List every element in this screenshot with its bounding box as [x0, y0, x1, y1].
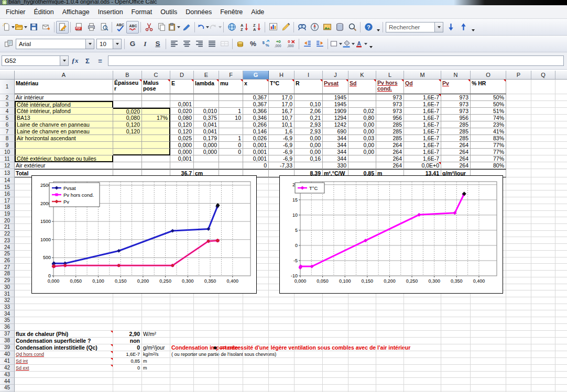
- cell-G7[interactable]: 0,146: [243, 128, 269, 135]
- menu-aide[interactable]: Aide: [247, 6, 268, 18]
- row-header-29[interactable]: 29: [0, 277, 15, 284]
- cell-F42[interactable]: [219, 365, 243, 372]
- row-header-5[interactable]: 5: [0, 115, 15, 121]
- cell-J5[interactable]: 1294: [323, 115, 348, 121]
- cell-D8[interactable]: 0,025: [170, 135, 194, 142]
- cell-D9[interactable]: 0,000: [170, 142, 194, 149]
- row-header-45[interactable]: 45: [0, 385, 15, 391]
- row-header-43[interactable]: 43: [0, 372, 15, 378]
- column-header-H[interactable]: H: [269, 71, 295, 80]
- cell-J42[interactable]: [323, 365, 348, 372]
- toolbar-overflow-button[interactable]: [472, 29, 475, 31]
- cell-K12[interactable]: [348, 162, 376, 169]
- row-header-22[interactable]: 22: [0, 231, 15, 238]
- row-header-28[interactable]: 28: [0, 271, 15, 277]
- cell-E44[interactable]: [194, 378, 219, 385]
- cell-H38[interactable]: [269, 338, 295, 344]
- cell-M35[interactable]: [404, 317, 441, 324]
- cell-P30[interactable]: [506, 284, 531, 291]
- cell-O12[interactable]: 80%: [471, 162, 506, 169]
- cell-I44[interactable]: [295, 378, 323, 385]
- cell-B43[interactable]: [113, 372, 142, 378]
- insert-chart-button[interactable]: [267, 21, 279, 33]
- cut-button[interactable]: [143, 21, 155, 33]
- cell-O35[interactable]: [471, 317, 506, 324]
- cell-K37[interactable]: [348, 331, 376, 338]
- cell-O40[interactable]: [471, 351, 506, 358]
- cell-J45[interactable]: [323, 385, 348, 391]
- cell-A9[interactable]: [15, 142, 113, 149]
- row-header-15[interactable]: 15: [0, 184, 15, 191]
- cell-K36[interactable]: [348, 324, 376, 331]
- cell-N10[interactable]: 264: [441, 149, 471, 155]
- cell-O10[interactable]: 77%: [471, 149, 506, 155]
- cell-Q4[interactable]: [531, 108, 555, 115]
- cell-I2[interactable]: [295, 94, 323, 101]
- cell-J3[interactable]: 1945: [323, 101, 348, 108]
- cell-G5[interactable]: 0,346: [243, 115, 269, 121]
- column-header-Q[interactable]: Q: [531, 71, 555, 80]
- row-header-36[interactable]: 36: [0, 324, 15, 331]
- cell-T45[interactable]: [555, 385, 567, 391]
- help-button[interactable]: [362, 21, 375, 33]
- cell-J39[interactable]: [323, 344, 348, 351]
- column-header-P[interactable]: P: [506, 71, 531, 80]
- cell-K43[interactable]: [348, 372, 376, 378]
- font-name-combo[interactable]: Arial: [16, 39, 94, 49]
- cell-A6[interactable]: Laine de chanvre en panneau: [15, 121, 113, 128]
- cell-H2[interactable]: 17,0: [269, 94, 295, 101]
- cell-I37[interactable]: [295, 331, 323, 338]
- delete-decimal-button[interactable]: [285, 38, 297, 50]
- cell-Q6[interactable]: [531, 121, 555, 128]
- cell-L34[interactable]: [376, 310, 404, 317]
- column-header-F[interactable]: F: [219, 71, 243, 80]
- cell-Q22[interactable]: [531, 231, 555, 238]
- cell-C40[interactable]: kg/m²/s: [142, 351, 170, 358]
- cell-A44[interactable]: [15, 378, 113, 385]
- cell-Q15[interactable]: [531, 184, 555, 191]
- background-color-button[interactable]: [342, 38, 355, 50]
- cell-G8[interactable]: 0,026: [243, 135, 269, 142]
- cell-F8[interactable]: 1: [219, 135, 243, 142]
- cell-T44[interactable]: [555, 378, 567, 385]
- cell-A4[interactable]: Côté intérieur, plafond: [15, 108, 113, 115]
- cell-T4[interactable]: [555, 108, 567, 115]
- cell-P23[interactable]: [506, 237, 531, 244]
- cell-I40[interactable]: [295, 351, 323, 358]
- cell-P29[interactable]: [506, 277, 531, 284]
- number-percent-button[interactable]: %: [247, 38, 259, 50]
- cell-F43[interactable]: [219, 372, 243, 378]
- cell-L40[interactable]: [376, 351, 404, 358]
- cell-Q38[interactable]: [531, 338, 555, 344]
- column-header-N[interactable]: N: [441, 71, 471, 80]
- cell-B36[interactable]: [113, 324, 142, 331]
- cell-I8[interactable]: 0,00: [295, 135, 323, 142]
- cell-A2[interactable]: Air intérieur: [15, 94, 113, 101]
- cell-J10[interactable]: 344: [323, 149, 348, 155]
- paste-button[interactable]: [168, 21, 180, 33]
- cell-B4[interactable]: 0,020: [113, 108, 142, 115]
- row-header-6[interactable]: 6: [0, 121, 15, 128]
- cell-Q26[interactable]: [531, 257, 555, 264]
- find-down-button[interactable]: [444, 21, 457, 33]
- row-header-24[interactable]: 24: [0, 244, 15, 251]
- cell-P44[interactable]: [506, 378, 531, 385]
- cell-B32[interactable]: [113, 297, 142, 304]
- cell-L6[interactable]: 285: [376, 121, 404, 128]
- cell-L37[interactable]: [376, 331, 404, 338]
- cell-K5[interactable]: 0,80: [348, 115, 376, 121]
- cell-I4[interactable]: 2,06: [295, 108, 323, 115]
- cell-H44[interactable]: [269, 378, 295, 385]
- cell-P33[interactable]: [506, 304, 531, 311]
- new-document-button[interactable]: [2, 21, 15, 33]
- cell-P42[interactable]: [506, 365, 531, 372]
- cell-A32[interactable]: [15, 297, 113, 304]
- copy-button[interactable]: [155, 21, 168, 33]
- cell-C36[interactable]: [142, 324, 170, 331]
- column-header-E[interactable]: E: [194, 71, 219, 80]
- cell-P39[interactable]: [506, 344, 531, 351]
- cell-N4[interactable]: 973: [441, 108, 471, 115]
- cell-E3[interactable]: [194, 101, 219, 108]
- cell-A1[interactable]: Matériau: [15, 80, 113, 94]
- toolbar-overflow-button[interactable]: [377, 29, 380, 31]
